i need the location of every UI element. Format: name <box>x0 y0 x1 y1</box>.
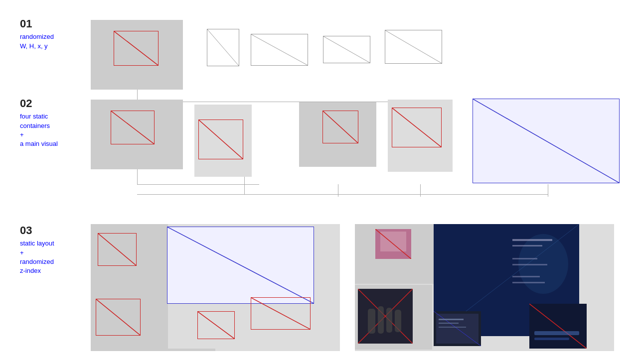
svg-line-11 <box>167 227 314 303</box>
s03-r-anime-img-2 <box>358 289 413 344</box>
svg-rect-16 <box>380 232 406 251</box>
svg-line-10 <box>98 234 136 265</box>
svg-line-12 <box>96 299 140 335</box>
svg-rect-34 <box>386 308 392 333</box>
s03-bl-red-box-1 <box>96 299 141 336</box>
s02-connector-v2 <box>244 177 245 184</box>
svg-rect-45 <box>534 331 579 335</box>
section-02: 02 four staticcontainers+a main visual <box>20 97 58 148</box>
s02-v4 <box>338 184 338 197</box>
svg-rect-39 <box>439 319 464 320</box>
s02-connector-long-h <box>137 194 548 195</box>
s02-red-box-2 <box>198 120 243 159</box>
svg-line-2 <box>251 34 308 65</box>
s01-outline-box-2 <box>251 34 308 66</box>
svg-line-14 <box>251 298 310 329</box>
svg-rect-35 <box>395 310 401 332</box>
s03-bc-red-box <box>197 311 235 339</box>
svg-rect-26 <box>512 276 540 277</box>
s01-red-box-1 <box>114 31 159 66</box>
s01-outline-box-1 <box>207 29 239 66</box>
s02-connector-v <box>137 169 138 184</box>
svg-rect-25 <box>512 264 547 265</box>
section-03-number: 03 <box>20 224 54 237</box>
s02-red-box-1 <box>111 111 155 144</box>
svg-line-7 <box>323 111 358 143</box>
svg-rect-27 <box>512 282 545 283</box>
s01-outline-box-3 <box>323 36 370 63</box>
s02-v5 <box>420 184 421 197</box>
svg-rect-46 <box>534 338 569 340</box>
svg-line-4 <box>385 30 442 63</box>
section-02-number: 02 <box>20 97 58 110</box>
s02-red-box-3 <box>322 111 358 143</box>
svg-line-1 <box>207 29 239 66</box>
svg-line-5 <box>111 111 154 144</box>
s02-v3 <box>244 184 245 194</box>
s03-main-visual-left <box>167 227 314 304</box>
svg-rect-33 <box>378 306 384 334</box>
s03-br-red-box <box>251 297 311 330</box>
svg-rect-23 <box>512 245 542 246</box>
svg-rect-32 <box>368 309 375 334</box>
s02-connector-h <box>137 184 259 185</box>
section-01-label: randomizedW, H, x, y <box>20 32 54 50</box>
s03-r-poster <box>529 304 587 349</box>
s01-outline-box-4 <box>385 30 442 64</box>
svg-rect-40 <box>439 323 459 324</box>
svg-line-9 <box>473 99 619 183</box>
svg-rect-41 <box>439 327 466 328</box>
section-03: 03 static layout+randomizedz-index <box>20 224 54 275</box>
s02-v6 <box>548 184 548 197</box>
s03-tl-red-box <box>98 233 137 266</box>
section-01: 01 randomizedW, H, x, y <box>20 17 54 51</box>
svg-line-3 <box>323 36 370 63</box>
s02-red-box-4 <box>392 108 442 147</box>
svg-line-8 <box>392 108 441 147</box>
svg-line-0 <box>114 31 158 65</box>
section-02-label: four staticcontainers+a main visual <box>20 112 58 148</box>
s02-main-visual <box>473 99 620 183</box>
section-01-number: 01 <box>20 17 54 30</box>
svg-rect-22 <box>512 239 552 241</box>
svg-rect-24 <box>512 258 537 259</box>
svg-line-6 <box>199 120 243 159</box>
section-03-label: static layout+randomizedz-index <box>20 239 54 275</box>
svg-line-13 <box>198 312 234 339</box>
s03-r-anime-img-1 <box>375 229 411 259</box>
s03-r-anime-img-3 <box>434 311 481 346</box>
